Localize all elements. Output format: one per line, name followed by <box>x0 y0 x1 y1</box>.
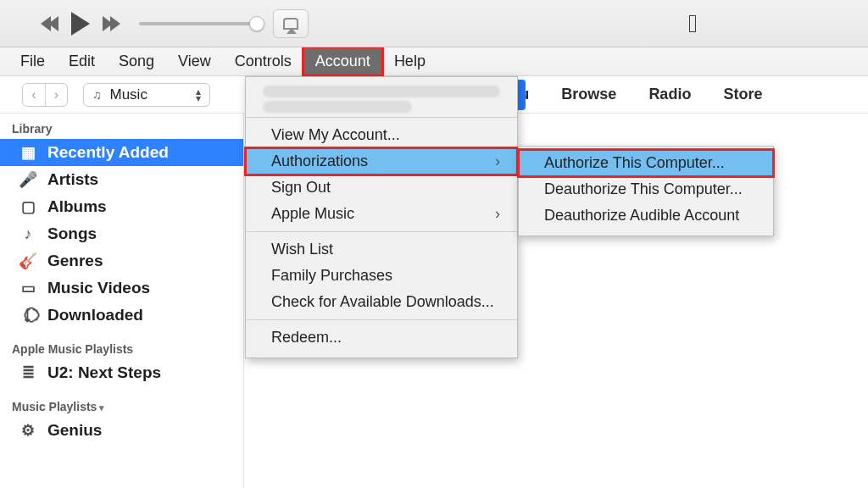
tab-radio[interactable]: Radio <box>648 86 691 103</box>
airplay-icon <box>283 18 298 30</box>
sidebar-item-label: Recently Added <box>47 143 169 162</box>
video-icon: ▭ <box>19 279 37 297</box>
sidebar-item-genres[interactable]: 🎸Genres <box>0 247 243 274</box>
sidebar-head-library: Library <box>0 117 243 139</box>
menu-help[interactable]: Help <box>382 47 437 75</box>
menu-separator <box>246 231 517 232</box>
menu-redeem[interactable]: Redeem... <box>246 324 517 351</box>
nav-forward-button[interactable]: › <box>45 84 67 106</box>
sidebar-head-apple-playlists: Apple Music Playlists <box>0 337 243 359</box>
rewind-button[interactable] <box>41 16 56 31</box>
download-icon: ⭣⃝ <box>19 307 37 324</box>
menu-separator <box>246 319 517 320</box>
menu-separator <box>246 117 517 118</box>
menu-sign-out[interactable]: Sign Out <box>246 175 517 201</box>
redacted-account-line <box>263 86 500 97</box>
sidebar-item-label: Downloaded <box>47 306 143 324</box>
slider-knob[interactable] <box>249 16 264 31</box>
sidebar-item-label: Artists <box>47 170 98 189</box>
menu-view[interactable]: View <box>166 47 223 75</box>
sidebar-item-label: U2: Next Steps <box>47 363 161 382</box>
sidebar: Library ▦Recently Added 🎤Artists ▢Albums… <box>0 114 244 488</box>
grid-icon: ▦ <box>19 143 37 162</box>
source-select[interactable]: ♫ Music ▴▾ <box>83 83 210 107</box>
tab-browse[interactable]: Browse <box>561 86 616 103</box>
sidebar-item-music-videos[interactable]: ▭Music Videos <box>0 274 243 302</box>
player-bar:  <box>0 0 868 47</box>
authorizations-submenu: Authorize This Computer... Deauthorize T… <box>518 146 774 236</box>
sidebar-item-u2[interactable]: ≣U2: Next Steps <box>0 359 243 386</box>
menu-account[interactable]: Account <box>303 47 382 75</box>
menu-check-downloads[interactable]: Check for Available Downloads... <box>246 289 517 315</box>
submenu-deauthorize-audible[interactable]: Deauthorize Audible Account <box>519 202 773 229</box>
sidebar-item-artists[interactable]: 🎤Artists <box>0 166 243 193</box>
submenu-deauthorize-computer[interactable]: Deauthorize This Computer... <box>519 176 773 202</box>
sidebar-item-genius[interactable]: ⚙Genius <box>0 417 243 444</box>
play-button[interactable] <box>71 12 90 36</box>
menubar: File Edit Song View Controls Account Hel… <box>0 47 868 76</box>
source-label: Music <box>110 86 147 103</box>
guitar-icon: 🎸 <box>19 252 37 270</box>
redacted-account-line <box>263 101 412 113</box>
album-icon: ▢ <box>19 197 37 216</box>
gear-icon: ⚙ <box>19 421 37 440</box>
submenu-authorize-computer[interactable]: Authorize This Computer... <box>519 150 773 176</box>
note-icon: ♪ <box>19 225 37 243</box>
nav-back-forward: ‹ › <box>22 83 68 107</box>
sidebar-item-label: Music Videos <box>47 279 150 297</box>
sidebar-item-songs[interactable]: ♪Songs <box>0 220 243 247</box>
music-note-icon: ♫ <box>92 88 102 102</box>
menu-view-my-account[interactable]: View My Account... <box>246 122 517 148</box>
forward-button[interactable] <box>105 16 120 31</box>
menu-apple-music[interactable]: Apple Music <box>246 201 517 227</box>
nav-back-button[interactable]: ‹ <box>23 84 45 106</box>
sidebar-item-downloaded[interactable]: ⭣⃝Downloaded <box>0 302 243 329</box>
sidebar-item-label: Genres <box>47 252 103 270</box>
sidebar-head-music-playlists[interactable]: Music Playlists <box>0 395 243 417</box>
chevron-updown-icon: ▴▾ <box>196 88 201 102</box>
sidebar-item-albums[interactable]: ▢Albums <box>0 193 243 220</box>
menu-song[interactable]: Song <box>107 47 166 75</box>
account-menu-popup: View My Account... Authorizations Sign O… <box>245 76 518 358</box>
menu-wish-list[interactable]: Wish List <box>246 236 517 263</box>
tab-store[interactable]: Store <box>723 86 762 103</box>
sidebar-item-label: Songs <box>47 225 97 243</box>
menu-file[interactable]: File <box>8 47 57 75</box>
airplay-button[interactable] <box>273 9 309 38</box>
volume-slider[interactable] <box>139 22 258 25</box>
playback-controls <box>41 12 120 36</box>
menu-family-purchases[interactable]: Family Purchases <box>246 263 517 289</box>
sidebar-item-label: Genius <box>47 421 102 440</box>
microphone-icon: 🎤 <box>19 170 37 189</box>
playlist-icon: ≣ <box>19 363 37 382</box>
menu-edit[interactable]: Edit <box>57 47 107 75</box>
menu-controls[interactable]: Controls <box>223 47 303 75</box>
menu-authorizations[interactable]: Authorizations <box>246 148 517 175</box>
sidebar-item-recently-added[interactable]: ▦Recently Added <box>0 139 243 166</box>
apple-logo-icon:  <box>688 9 698 38</box>
sidebar-item-label: Albums <box>47 197 107 216</box>
